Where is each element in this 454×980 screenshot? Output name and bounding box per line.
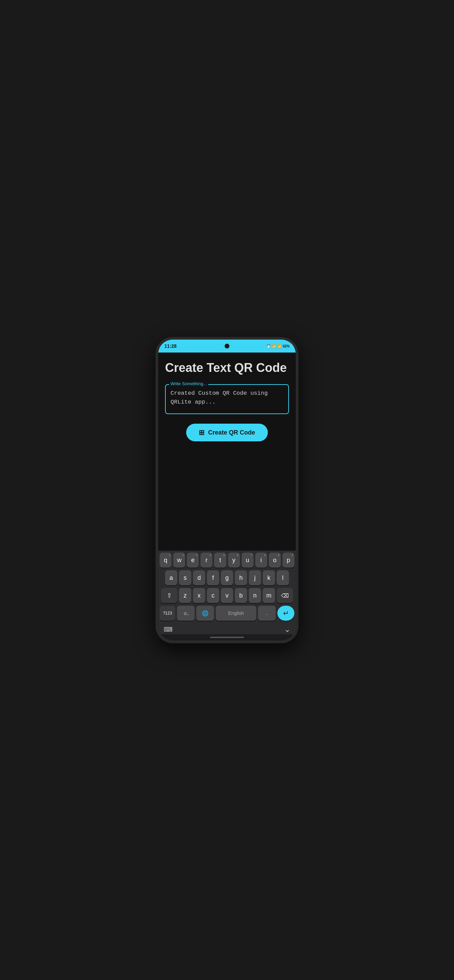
- key-x[interactable]: x: [193, 588, 205, 603]
- keyboard-row-1: 1q 2w 3e 4r 5t 6y 7u 8i 9o 0p: [159, 553, 295, 568]
- camera-hole: [225, 344, 229, 348]
- status-time: 11:28: [164, 343, 177, 349]
- keyboard-row-3: ⇧ z x c v b n m ⌫: [159, 588, 295, 603]
- key-o[interactable]: 9o: [269, 553, 281, 568]
- chevron-down-icon[interactable]: ⌄: [284, 625, 290, 634]
- qr-code-icon: ⊞: [199, 428, 204, 437]
- key-b[interactable]: b: [235, 588, 247, 603]
- delete-key[interactable]: ⌫: [277, 588, 293, 603]
- key-n[interactable]: n: [249, 588, 261, 603]
- emoji-key[interactable]: ☺,: [177, 606, 195, 620]
- key-f[interactable]: f: [207, 570, 219, 585]
- app-content: Create Text QR Code Write Something... C…: [158, 353, 296, 550]
- keyboard-layout-icon[interactable]: ⌨: [164, 626, 172, 633]
- key-j[interactable]: j: [249, 570, 261, 585]
- text-input-value[interactable]: Created Custom QR Code using QRLite app.…: [170, 389, 284, 409]
- num-sym-key[interactable]: ?123: [159, 606, 175, 620]
- input-label: Write Something...: [169, 381, 208, 386]
- globe-key[interactable]: 🌐: [196, 606, 214, 620]
- key-q[interactable]: 1q: [159, 553, 172, 568]
- keyboard-area: 1q 2w 3e 4r 5t 6y 7u 8i 9o 0p a s d f g …: [158, 550, 296, 625]
- key-u[interactable]: 7u: [242, 553, 253, 568]
- bottom-bar: ⌨ ⌄: [158, 625, 296, 634]
- key-t[interactable]: 5t: [214, 553, 226, 568]
- key-g[interactable]: g: [221, 570, 233, 585]
- space-key[interactable]: English: [216, 606, 256, 620]
- key-l[interactable]: l: [277, 570, 289, 585]
- key-c[interactable]: c: [207, 588, 219, 603]
- create-qr-button[interactable]: ⊞ Create QR Code: [186, 424, 268, 441]
- key-z[interactable]: z: [179, 588, 191, 603]
- key-s[interactable]: s: [179, 570, 191, 585]
- status-bar: 11:28 ⏰ 📶 📶 62%: [158, 340, 296, 353]
- key-k[interactable]: k: [263, 570, 275, 585]
- battery-text: 62%: [283, 344, 290, 348]
- key-m[interactable]: m: [263, 588, 275, 603]
- shift-key[interactable]: ⇧: [161, 588, 177, 603]
- key-y[interactable]: 6y: [228, 553, 240, 568]
- key-r[interactable]: 4r: [201, 553, 212, 568]
- enter-key[interactable]: ↵: [277, 606, 295, 620]
- key-d[interactable]: d: [193, 570, 205, 585]
- home-pill: [210, 637, 244, 638]
- period-key[interactable]: .: [258, 606, 276, 620]
- key-v[interactable]: v: [221, 588, 233, 603]
- status-icons: ⏰ 📶 📶 62%: [266, 344, 290, 348]
- keyboard-row-4: ?123 ☺, 🌐 English . ↵: [159, 606, 295, 620]
- key-i[interactable]: 8i: [255, 553, 267, 568]
- signal-icon: 📶: [277, 344, 282, 348]
- phone-shell: 11:28 ⏰ 📶 📶 62% Create Text QR Code Writ…: [156, 337, 298, 643]
- create-button-label: Create QR Code: [208, 429, 255, 436]
- key-w[interactable]: 2w: [173, 553, 185, 568]
- text-input-container[interactable]: Write Something... Created Custom QR Cod…: [165, 384, 289, 414]
- key-a[interactable]: a: [165, 570, 177, 585]
- wifi-icon: 📶: [272, 344, 276, 348]
- keyboard-row-2: a s d f g h j k l: [159, 570, 295, 585]
- key-h[interactable]: h: [235, 570, 247, 585]
- page-title: Create Text QR Code: [165, 361, 289, 375]
- key-p[interactable]: 0p: [282, 553, 295, 568]
- home-indicator: [158, 634, 296, 640]
- alarm-icon: ⏰: [266, 344, 271, 348]
- key-e[interactable]: 3e: [187, 553, 199, 568]
